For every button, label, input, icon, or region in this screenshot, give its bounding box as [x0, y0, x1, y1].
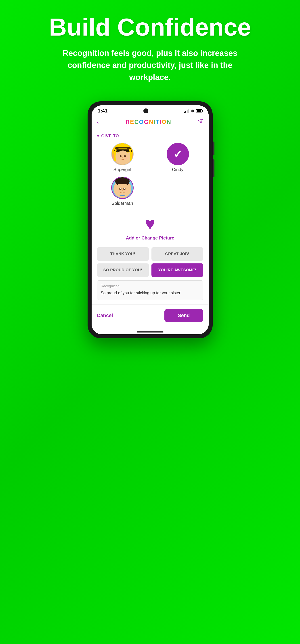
heart-icon-small: ♥	[97, 134, 100, 138]
recipients-grid: Supergirl ✓ Cindy	[97, 143, 203, 206]
svg-point-9	[125, 156, 126, 156]
wifi-icon: ⊛	[191, 108, 194, 113]
checkmark-icon: ✓	[173, 148, 182, 160]
recipient-supergirl[interactable]: Supergirl	[97, 143, 148, 172]
home-indicator	[137, 332, 164, 332]
svg-point-10	[122, 157, 123, 158]
svg-rect-4	[118, 148, 127, 149]
recognition-label: Recognition	[101, 284, 200, 288]
recipient-name-cindy: Cindy	[172, 167, 183, 172]
camera-notch	[143, 108, 148, 113]
avatar-supergirl	[111, 143, 134, 165]
signal-icon	[184, 109, 189, 113]
btn-thank-you[interactable]: THANK YOU!	[97, 247, 149, 261]
phone-side-button	[213, 142, 214, 155]
svg-point-21	[124, 188, 125, 189]
send-icon[interactable]	[198, 118, 203, 125]
page-title: Build Confidence	[49, 14, 251, 40]
app-content: ♥ GIVE TO :	[92, 129, 209, 304]
status-time: 1:41	[98, 108, 108, 114]
svg-point-24	[125, 190, 128, 192]
page-subtitle: Recognition feels good, plus it also inc…	[61, 47, 240, 84]
svg-point-23	[117, 190, 120, 192]
give-to-label: ♥ GIVE TO :	[97, 134, 203, 138]
status-bar: 1:41 ⊛	[92, 105, 209, 116]
svg-point-5	[117, 150, 129, 163]
status-icons: ⊛	[184, 108, 202, 113]
avatar-spiderman	[111, 177, 134, 199]
back-button[interactable]: ‹	[97, 118, 99, 126]
svg-point-17	[128, 188, 130, 190]
svg-point-8	[120, 156, 121, 156]
svg-point-11	[118, 157, 121, 159]
picture-section: ♥ Add or Change Picture	[97, 210, 203, 247]
svg-point-12	[125, 157, 128, 159]
btn-great-job[interactable]: GREAT JOB!	[151, 247, 203, 261]
app-header: ‹ RECOGNITION	[92, 116, 209, 129]
recipient-spiderman[interactable]: Spiderman	[97, 177, 148, 206]
svg-point-22	[122, 190, 123, 191]
app-title: RECOGNITION	[125, 118, 171, 126]
cancel-button[interactable]: Cancel	[97, 312, 113, 318]
btn-so-proud[interactable]: SO PROUD OF YOU!	[97, 264, 149, 277]
heart-icon-big: ♥	[145, 215, 155, 233]
phone-frame: 1:41 ⊛ ‹ RECOGNITION	[88, 101, 213, 338]
phone-screen: 1:41 ⊛ ‹ RECOGNITION	[92, 105, 209, 334]
recognition-text: So proud of you for sticking up for your…	[101, 290, 200, 296]
send-button[interactable]: Send	[164, 309, 203, 322]
phone-side-button-2	[213, 160, 214, 177]
message-buttons: THANK YOU! GREAT JOB! SO PROUD OF YOU! Y…	[97, 247, 203, 277]
recipient-name-supergirl: Supergirl	[113, 167, 131, 172]
svg-point-16	[115, 188, 117, 190]
bottom-bar: Cancel Send	[92, 304, 209, 329]
svg-point-15	[116, 183, 129, 196]
home-indicator-area	[92, 329, 209, 334]
svg-point-20	[120, 188, 121, 189]
btn-youre-awesome[interactable]: YOU'RE AWESOME!	[151, 264, 203, 277]
avatar-cindy: ✓	[167, 143, 189, 165]
recognition-field[interactable]: Recognition So proud of you for sticking…	[97, 280, 203, 300]
battery-icon	[196, 109, 202, 112]
recipient-name-spiderman: Spiderman	[111, 201, 133, 206]
add-picture-link[interactable]: Add or Change Picture	[126, 236, 174, 240]
recipient-cindy[interactable]: ✓ Cindy	[152, 143, 203, 172]
